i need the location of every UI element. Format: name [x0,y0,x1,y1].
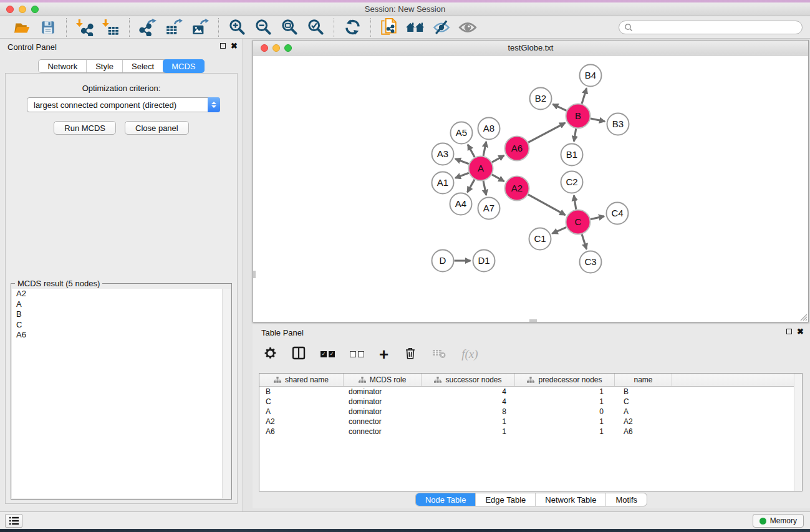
mcds-result-item[interactable]: A2 [12,289,231,299]
mcds-result-item[interactable]: A6 [12,330,231,341]
graph-node-B2[interactable]: B2 [530,88,552,110]
zoom-selected-icon[interactable] [306,18,325,37]
tab-style[interactable]: Style [87,60,123,72]
graph-node-D[interactable]: D [432,250,454,272]
column-header-successor-nodes[interactable]: successor nodes [422,374,515,386]
table-cell[interactable]: 1 [422,427,515,436]
canvas-vscroll-nub[interactable] [253,271,256,278]
refresh-view-icon[interactable] [342,18,362,37]
graph-node-C3[interactable]: C3 [580,251,602,273]
run-mcds-button[interactable]: Run MCDS [54,121,116,135]
table-cell[interactable]: A2 [259,417,344,426]
delete-table-icon[interactable] [432,347,446,362]
graph-node-A7[interactable]: A7 [478,198,500,220]
import-table-icon[interactable] [101,18,121,37]
tab-select[interactable]: Select [123,60,163,72]
graph-edge-A-A7[interactable] [483,181,486,195]
show-all-eye-icon[interactable] [458,18,478,37]
export-table-icon[interactable] [164,18,184,37]
graph-edge-A2-C[interactable] [528,195,565,215]
column-header-predecessor-nodes[interactable]: predecessor nodes [515,374,615,386]
open-session-icon[interactable] [12,18,32,37]
graph-node-A5[interactable]: A5 [451,122,473,144]
graph-edge-A-A4[interactable] [468,180,475,192]
graph-edge-B-B4[interactable] [582,89,587,104]
table-cell[interactable]: 1 [515,417,615,426]
table-cell[interactable]: B [615,387,672,396]
graph-edge-C-C4[interactable] [591,216,604,220]
graph-node-C1[interactable]: C1 [529,228,551,250]
graph-edge-A-A2[interactable] [492,175,504,181]
zoom-fit-icon[interactable] [279,18,299,37]
tab-network[interactable]: Network [39,60,87,72]
table-scrollbar[interactable] [794,374,802,491]
hide-selected-eye-icon[interactable] [432,18,451,37]
graph-node-B[interactable]: B [566,104,591,128]
mcds-result-item[interactable]: C [12,320,231,331]
graph-edge-B-B3[interactable] [591,118,605,122]
table-cell[interactable]: 1 [515,387,615,396]
graph-node-A6[interactable]: A6 [505,137,529,161]
column-header-MCDS-role[interactable]: MCDS role [344,374,422,386]
close-table-panel-icon[interactable]: ✖ [797,328,804,335]
canvas-hscroll-nub[interactable] [529,319,537,322]
column-header-shared-name[interactable]: shared name [259,374,344,386]
settings-gear-icon[interactable] [264,347,277,362]
network-canvas[interactable]: B4B2BB3A5A8A6A3B1AA1C2A2A4A7C4CC1C3DD1 [253,56,808,322]
table-cell[interactable]: A2 [615,417,672,426]
graph-edge-C-C1[interactable] [552,227,567,233]
graph-edge-A-A5[interactable] [468,145,475,157]
table-cell[interactable]: dominator [344,397,422,406]
graph-edge-A6-B[interactable] [528,123,565,142]
graph-node-C2[interactable]: C2 [561,172,583,193]
table-cell[interactable]: 0 [515,407,615,416]
mcds-result-item[interactable]: A [12,299,231,310]
table-cell[interactable]: 1 [515,397,615,406]
graph-edge-C-C2[interactable] [574,195,576,210]
table-row[interactable]: A6connector11A6 [259,427,802,437]
add-column-icon[interactable]: + [379,348,388,360]
graph-node-B1[interactable]: B1 [561,144,583,166]
graph-edge-C-C3[interactable] [582,235,586,249]
result-scrollbar[interactable] [222,289,231,498]
search-field[interactable] [619,21,803,34]
delete-column-icon[interactable] [403,346,417,363]
graph-node-A2[interactable]: A2 [505,177,529,201]
graph-node-A[interactable]: A [469,157,493,181]
criterion-dropdown[interactable]: largest connected component (directed) [27,97,220,112]
table-cell[interactable]: A [259,407,344,416]
close-panel-button[interactable]: Close panel [125,121,189,135]
table-cell[interactable]: C [259,397,344,406]
float-table-panel-icon[interactable] [786,329,792,334]
graph-node-B4[interactable]: B4 [580,65,602,87]
graph-edge-A-A8[interactable] [483,142,486,156]
table-cell[interactable]: B [259,387,344,396]
tab-node-table[interactable]: Node Table [416,493,476,506]
tab-edge-table[interactable]: Edge Table [476,493,536,506]
table-cell[interactable]: 8 [422,407,515,416]
function-builder-icon[interactable]: f(x) [461,347,478,361]
select-all-checkboxes-icon[interactable]: ✓✓ [321,351,335,357]
table-row[interactable]: Bdominator41B [259,387,802,397]
graph-node-D1[interactable]: D1 [473,250,495,272]
close-panel-icon[interactable]: ✖ [231,42,238,49]
tab-network-table[interactable]: Network Table [536,493,606,506]
graph-edge-A-A6[interactable] [492,155,504,162]
table-cell[interactable]: 4 [422,397,515,406]
table-cell[interactable]: 1 [515,427,615,436]
table-cell[interactable]: connector [344,427,422,436]
graph-edge-A-A3[interactable] [455,159,469,164]
zoom-in-icon[interactable] [227,18,247,37]
resize-grip-icon[interactable] [799,313,808,321]
tab-motifs[interactable]: Motifs [606,493,647,506]
save-session-icon[interactable] [38,18,58,37]
table-cell[interactable]: A6 [615,427,672,436]
table-cell[interactable]: A6 [259,427,344,436]
table-cell[interactable]: C [615,397,672,406]
graph-node-C[interactable]: C [566,210,591,235]
float-panel-icon[interactable] [220,43,226,49]
column-header-name[interactable]: name [615,374,672,386]
tab-mcds[interactable]: MCDS [163,59,204,73]
mcds-result-item[interactable]: B [12,309,231,320]
deselect-all-checkboxes-icon[interactable] [350,351,364,357]
